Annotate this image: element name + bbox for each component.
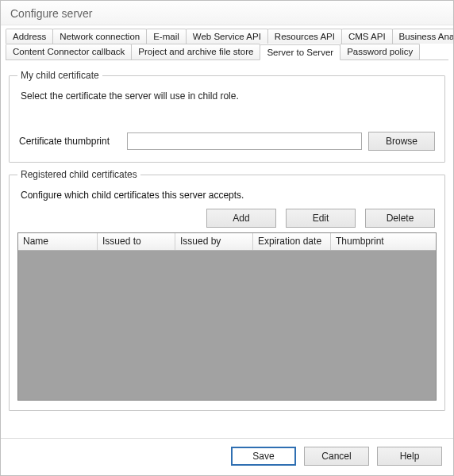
tab-content: My child certificate Select the certific… [1, 60, 453, 411]
col-header-thumbprint[interactable]: Thumbprint [331, 233, 436, 250]
tabs-row-2: Content Connector callback Project and a… [6, 44, 448, 60]
row-certificate-thumbprint: Certificate thumbprint Browse [19, 132, 435, 151]
browse-button[interactable]: Browse [368, 132, 435, 151]
col-header-issued-by[interactable]: Issued by [175, 233, 253, 250]
dialog-footer: Save Cancel Help [1, 438, 453, 475]
edit-button[interactable]: Edit [286, 209, 356, 228]
col-header-expiration-date[interactable]: Expiration date [253, 233, 331, 250]
tab-password-policy[interactable]: Password policy [340, 44, 420, 60]
tabstrip: Address Network connection E-mail Web Se… [1, 25, 453, 60]
cancel-button[interactable]: Cancel [304, 447, 369, 466]
group-registered-child-certificates: Registered child certificates Configure … [9, 169, 445, 411]
col-header-issued-to[interactable]: Issued to [98, 233, 175, 250]
registered-buttons-row: Add Edit Delete [17, 209, 435, 228]
tabs-row-1: Address Network connection E-mail Web Se… [6, 29, 448, 44]
group-legend-my-child: My child certificate [17, 70, 102, 81]
save-button[interactable]: Save [231, 447, 296, 466]
add-button[interactable]: Add [206, 209, 276, 228]
help-button[interactable]: Help [377, 447, 442, 466]
tab-address[interactable]: Address [6, 29, 53, 44]
tab-resources-api[interactable]: Resources API [267, 29, 342, 44]
col-header-name[interactable]: Name [18, 233, 98, 250]
certificate-thumbprint-input[interactable] [127, 132, 362, 150]
titlebar: Configure server [1, 1, 453, 25]
tab-web-service-api[interactable]: Web Service API [186, 29, 268, 44]
tab-email[interactable]: E-mail [146, 29, 187, 44]
tab-cms-api[interactable]: CMS API [341, 29, 393, 44]
tab-server-to-server[interactable]: Server to Server [260, 44, 340, 60]
certificate-thumbprint-label: Certificate thumbprint [19, 136, 121, 147]
tab-network-connection[interactable]: Network connection [52, 29, 147, 44]
group-legend-registered: Registered child certificates [17, 169, 140, 180]
page-title: Configure server [10, 7, 93, 20]
tab-content-connector-callback[interactable]: Content Connector callback [6, 44, 132, 60]
registered-description: Configure which child certificates this … [21, 190, 437, 201]
my-child-description: Select the certificate the server will u… [21, 90, 437, 102]
configure-server-window: Configure server Address Network connect… [0, 0, 454, 476]
tab-business-analytics-api[interactable]: Business Analytics API [392, 29, 454, 44]
tab-project-and-archive-file-store[interactable]: Project and archive file store [131, 44, 260, 60]
grid-header: Name Issued to Issued by Expiration date… [18, 233, 436, 251]
certificates-grid: Name Issued to Issued by Expiration date… [17, 232, 437, 401]
grid-body-empty[interactable] [18, 251, 436, 400]
group-my-child-certificate: My child certificate Select the certific… [9, 70, 445, 163]
delete-button[interactable]: Delete [365, 209, 435, 228]
